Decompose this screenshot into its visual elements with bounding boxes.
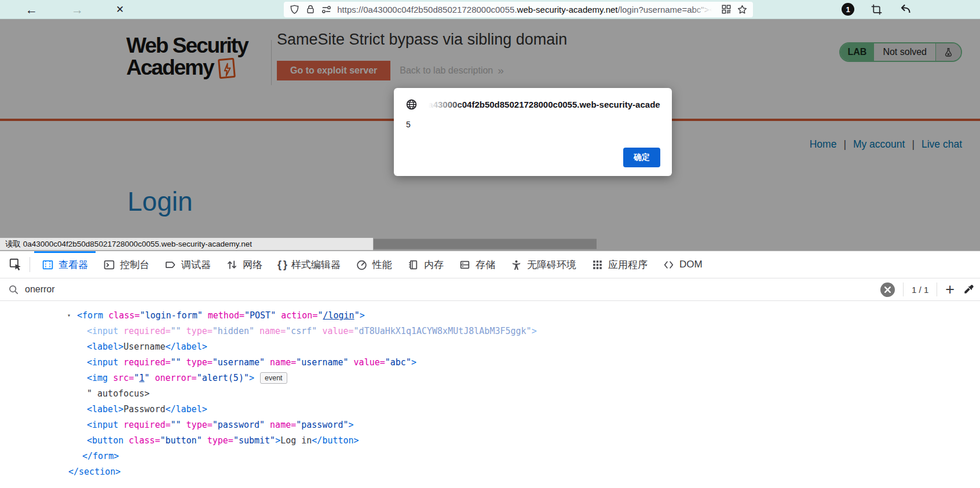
screenshot-crop-icon[interactable] bbox=[871, 3, 883, 16]
code-token: "button" bbox=[160, 435, 202, 446]
code-token: name= bbox=[270, 357, 296, 368]
search-input[interactable]: onerror bbox=[25, 284, 55, 295]
code-token: </button> bbox=[312, 435, 359, 446]
globe-icon bbox=[405, 98, 418, 111]
devtools-tab-console[interactable]: 控制台 bbox=[96, 251, 157, 278]
code-token: <img bbox=[87, 373, 113, 383]
code-line[interactable]: <button class="button" type="submit">Log… bbox=[87, 433, 980, 449]
code-token: <input bbox=[87, 357, 123, 368]
code-token: </section> bbox=[68, 467, 120, 477]
code-token: "alert(5)" bbox=[197, 373, 249, 383]
shield-icon[interactable] bbox=[289, 4, 300, 15]
code-token: "username" bbox=[213, 357, 265, 368]
devtools-tab-inspector[interactable]: 查看器 bbox=[34, 251, 96, 278]
lock-icon[interactable] bbox=[305, 4, 316, 14]
code-token bbox=[202, 435, 207, 446]
dialog-origin: 0a43000c04f2b50d85021728000c0055.web-sec… bbox=[423, 100, 660, 109]
extension-badge[interactable]: 1 bbox=[842, 3, 854, 16]
code-token: class= bbox=[108, 310, 140, 321]
expand-arrow-icon[interactable]: ▾ bbox=[67, 307, 77, 323]
code-token: class= bbox=[129, 435, 160, 446]
code-line[interactable]: ▾<form class="login-form" method="POST" … bbox=[77, 307, 980, 324]
dialog-ok-button[interactable]: 确定 bbox=[623, 148, 660, 167]
code-token: type= bbox=[187, 326, 213, 336]
devtools-tab-storage[interactable]: 存储 bbox=[451, 251, 503, 278]
tab-label: 无障碍环境 bbox=[527, 258, 576, 271]
code-token: "password" bbox=[213, 420, 265, 430]
code-line[interactable]: <input required="" type="password" name=… bbox=[87, 417, 980, 433]
code-token: required= bbox=[123, 420, 170, 430]
code-token: > bbox=[411, 357, 416, 368]
devtools-tab-performance[interactable]: 性能 bbox=[348, 251, 400, 278]
code-token: "abc" bbox=[385, 357, 411, 368]
code-token: type= bbox=[187, 357, 213, 368]
code-token bbox=[181, 326, 187, 336]
code-token: "dT8UaHkX1q1ACYW8xMUtJ8lAbM3F5ggk" bbox=[354, 326, 532, 336]
attribute-value-link[interactable]: /login bbox=[323, 310, 354, 321]
devtools-tab-debugger[interactable]: 调试器 bbox=[157, 251, 218, 278]
forward-icon[interactable]: → bbox=[71, 3, 83, 16]
memory-icon bbox=[407, 259, 419, 271]
devtools-tab-memory[interactable]: 内存 bbox=[400, 251, 451, 278]
code-line[interactable]: <label>Password</label> bbox=[87, 402, 980, 417]
separator bbox=[903, 282, 904, 296]
tab-label: 应用程序 bbox=[608, 258, 648, 271]
event-badge[interactable]: event bbox=[260, 372, 287, 384]
code-token bbox=[181, 357, 187, 368]
eyedropper-icon[interactable] bbox=[963, 284, 974, 295]
devtools-search-row: onerror 1 / 1 + bbox=[0, 278, 980, 301]
code-token: name= bbox=[270, 420, 296, 430]
devtools-tab-style-editor[interactable]: { }样式编辑器 bbox=[270, 251, 348, 278]
code-token: <input bbox=[87, 420, 123, 430]
stop-icon[interactable]: ✕ bbox=[116, 5, 124, 14]
url-text[interactable]: https://0a43000c04f2b50d85021728000c0055… bbox=[337, 5, 716, 14]
code-line[interactable]: " autofocus> bbox=[87, 386, 980, 402]
attribute-value-link[interactable]: 1 bbox=[139, 373, 144, 383]
browser-toolbar: ← → ✕ https://0a43000c04f2b50d8502172800… bbox=[0, 0, 980, 19]
code-token: "POST" bbox=[244, 310, 276, 321]
code-token: Password bbox=[123, 404, 165, 414]
code-token: </form> bbox=[82, 451, 119, 461]
performance-icon bbox=[356, 259, 368, 271]
bookmark-star-icon[interactable] bbox=[737, 4, 748, 15]
devtools-tab-application[interactable]: 应用程序 bbox=[584, 251, 655, 278]
code-line[interactable]: <img src="1" onerror="alert(5)">event bbox=[87, 370, 980, 386]
add-icon[interactable]: + bbox=[945, 282, 955, 298]
network-icon bbox=[226, 259, 238, 271]
inspector-icon bbox=[42, 259, 54, 271]
code-line[interactable]: <input required="" type="username" name=… bbox=[87, 355, 980, 370]
code-token: </label> bbox=[165, 342, 207, 352]
qr-scan-icon[interactable] bbox=[721, 4, 732, 14]
code-token: src= bbox=[113, 373, 134, 383]
code-token bbox=[254, 326, 259, 336]
permissions-toggle-icon[interactable] bbox=[321, 4, 332, 15]
clear-search-icon[interactable] bbox=[880, 282, 895, 297]
code-token: "csrf" bbox=[286, 326, 317, 336]
tab-label: DOM bbox=[679, 259, 703, 270]
debugger-icon bbox=[164, 259, 177, 271]
code-token: "" bbox=[171, 326, 181, 336]
tab-label: 网络 bbox=[243, 258, 262, 271]
url-bar[interactable]: https://0a43000c04f2b50d85021728000c0055… bbox=[284, 2, 753, 17]
separator bbox=[937, 282, 937, 296]
code-token: <form bbox=[77, 310, 108, 321]
code-line[interactable]: <label>Username</label> bbox=[87, 339, 980, 355]
devtools-panel: 查看器控制台调试器网络{ }样式编辑器性能内存存储无障碍环境应用程序DOM on… bbox=[0, 251, 980, 488]
undo-arrow-icon[interactable] bbox=[899, 3, 912, 16]
toolbar-separator bbox=[30, 257, 30, 272]
code-line[interactable]: <input required="" type="hidden" name="c… bbox=[87, 324, 980, 339]
code-token: > bbox=[532, 326, 537, 336]
code-line[interactable]: </form> bbox=[82, 449, 980, 464]
code-token: <label> bbox=[87, 404, 123, 414]
code-line[interactable]: </section> bbox=[68, 464, 980, 480]
code-token bbox=[265, 357, 270, 368]
code-token: method= bbox=[208, 310, 244, 321]
devtools-tab-dom[interactable]: DOM bbox=[655, 251, 710, 278]
code-token: "hidden" bbox=[213, 326, 254, 336]
back-icon[interactable]: ← bbox=[25, 3, 38, 16]
dom-icon bbox=[663, 259, 675, 271]
code-token bbox=[203, 310, 208, 321]
devtools-tab-accessibility[interactable]: 无障碍环境 bbox=[503, 251, 584, 278]
pick-element-icon[interactable] bbox=[6, 255, 25, 274]
devtools-tab-network[interactable]: 网络 bbox=[218, 251, 270, 278]
